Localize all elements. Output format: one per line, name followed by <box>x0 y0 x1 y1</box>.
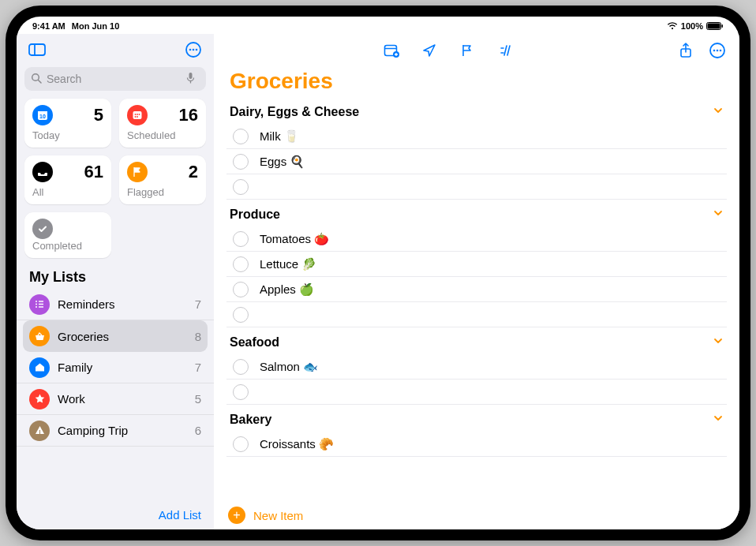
chevron-down-icon[interactable] <box>713 413 724 427</box>
wifi-icon <box>667 22 678 30</box>
svg-rect-3 <box>29 44 45 55</box>
svg-point-20 <box>135 116 137 118</box>
chevron-down-icon[interactable] <box>713 105 724 119</box>
list-row-work[interactable]: Work5 <box>17 383 214 415</box>
reminder-text[interactable] <box>258 385 724 399</box>
tile-completed[interactable]: Completed <box>24 212 111 258</box>
reminder-item[interactable]: Croissants 🥐 <box>226 432 727 457</box>
flag-button[interactable] <box>456 41 478 60</box>
reminder-item-empty[interactable] <box>226 302 727 327</box>
section-dairy-eggs-cheese: Dairy, Eggs & CheeseMilk 🥛Eggs 🍳 <box>226 102 727 200</box>
reminder-text[interactable]: Milk 🥛 <box>258 129 724 144</box>
plus-circle-icon: + <box>228 507 245 524</box>
reminder-item[interactable]: Eggs 🍳 <box>226 149 727 174</box>
list-count: 7 <box>195 297 201 311</box>
completion-circle[interactable] <box>233 256 249 272</box>
reminder-item-empty[interactable] <box>226 380 727 405</box>
completion-circle[interactable] <box>233 436 249 452</box>
reminder-item[interactable]: Tomatoes 🍅 <box>226 226 727 252</box>
new-item-button[interactable]: + New Item <box>214 501 739 529</box>
my-lists-header: My Lists <box>17 261 214 289</box>
reminder-text[interactable]: Tomatoes 🍅 <box>258 232 724 246</box>
tile-flagged-count: 2 <box>189 162 198 182</box>
completion-circle[interactable] <box>233 154 249 170</box>
section-header[interactable]: Produce <box>226 204 727 226</box>
chevron-down-icon[interactable] <box>713 335 724 350</box>
svg-point-22 <box>36 301 37 302</box>
tile-flagged-label: Flagged <box>127 186 198 198</box>
reminder-text[interactable]: Lettuce 🥬 <box>258 257 724 271</box>
flag-icon <box>127 162 148 182</box>
location-button[interactable] <box>418 41 440 60</box>
reminder-text[interactable] <box>258 308 724 322</box>
completion-circle[interactable] <box>233 282 249 297</box>
section-title: Seafood <box>230 335 279 350</box>
reminder-text[interactable]: Apples 🍏 <box>258 282 724 297</box>
add-list-button[interactable]: Add List <box>17 499 214 529</box>
calendar-add-button[interactable] <box>380 41 402 60</box>
list-row-camping-trip[interactable]: Camping Trip6 <box>17 415 214 447</box>
reminder-text[interactable]: Croissants 🥐 <box>258 437 724 451</box>
list-icon <box>29 294 50 315</box>
completion-circle[interactable] <box>233 129 249 144</box>
emoji-icon: 🍅 <box>314 232 329 246</box>
tile-flagged[interactable]: 2 Flagged <box>119 155 206 204</box>
reminder-text[interactable] <box>258 180 724 194</box>
list-row-groceries[interactable]: Groceries8 <box>23 320 208 352</box>
status-battery-pct: 100% <box>681 21 703 31</box>
emoji-icon: 🥬 <box>301 257 316 271</box>
completion-circle[interactable] <box>233 231 249 247</box>
status-date: Mon Jun 10 <box>72 21 120 31</box>
new-item-label: New Item <box>253 509 303 522</box>
calendar-icon: 10 <box>32 105 53 125</box>
list-name: Family <box>58 361 92 374</box>
list-name: Work <box>58 392 85 406</box>
completion-circle[interactable] <box>233 384 249 400</box>
section-title: Produce <box>230 208 280 222</box>
smart-list-grid: 10 5 Today 16 Scheduled <box>17 95 214 261</box>
emoji-icon: 🥛 <box>284 129 299 144</box>
search-input[interactable]: Search <box>24 67 206 91</box>
main-toolbar <box>214 34 739 64</box>
section-header[interactable]: Bakery <box>226 410 727 432</box>
mic-icon[interactable] <box>186 72 200 87</box>
section-header[interactable]: Dairy, Eggs & Cheese <box>226 102 727 124</box>
share-button[interactable] <box>675 41 697 60</box>
tile-scheduled-label: Scheduled <box>127 129 198 141</box>
toggle-sidebar-button[interactable] <box>26 40 48 59</box>
reminder-item[interactable]: Milk 🥛 <box>226 124 727 149</box>
list-row-family[interactable]: Family7 <box>17 352 214 383</box>
svg-point-34 <box>717 50 719 52</box>
completion-circle[interactable] <box>233 307 249 323</box>
more-sidebar-button[interactable] <box>182 40 204 59</box>
tile-today-label: Today <box>32 129 103 141</box>
reminders-content[interactable]: Dairy, Eggs & CheeseMilk 🥛Eggs 🍳ProduceT… <box>214 102 739 501</box>
reminder-text[interactable]: Eggs 🍳 <box>258 155 724 169</box>
tag-button[interactable] <box>494 41 516 60</box>
tile-today[interactable]: 10 5 Today <box>24 99 111 148</box>
reminder-item[interactable]: Salmon 🐟 <box>226 354 727 380</box>
emoji-icon: 🍳 <box>290 155 305 169</box>
svg-point-18 <box>137 114 138 115</box>
completion-circle[interactable] <box>233 359 249 375</box>
reminder-text[interactable]: Salmon 🐟 <box>258 360 724 374</box>
svg-point-19 <box>139 114 140 115</box>
chevron-down-icon[interactable] <box>713 208 724 222</box>
reminder-item[interactable]: Lettuce 🥬 <box>226 252 727 277</box>
tile-scheduled[interactable]: 16 Scheduled <box>119 99 206 148</box>
emoji-icon: 🍏 <box>299 282 314 297</box>
svg-point-23 <box>36 304 37 305</box>
list-row-reminders[interactable]: Reminders7 <box>17 289 214 320</box>
tent-icon <box>29 421 50 441</box>
completion-circle[interactable] <box>233 179 249 195</box>
section-header[interactable]: Seafood <box>226 332 727 354</box>
reminder-item[interactable]: Apples 🍏 <box>226 277 727 302</box>
list-name: Camping Trip <box>58 424 128 437</box>
main-panel: ••• Groceries Dairy, Eggs & CheeseMilk 🥛… <box>214 34 739 529</box>
reminder-item-empty[interactable] <box>226 174 727 200</box>
list-name: Reminders <box>58 297 115 311</box>
more-button[interactable] <box>706 41 728 60</box>
tile-scheduled-count: 16 <box>179 105 198 125</box>
svg-point-33 <box>713 50 716 52</box>
tile-all[interactable]: 61 All <box>24 155 111 204</box>
